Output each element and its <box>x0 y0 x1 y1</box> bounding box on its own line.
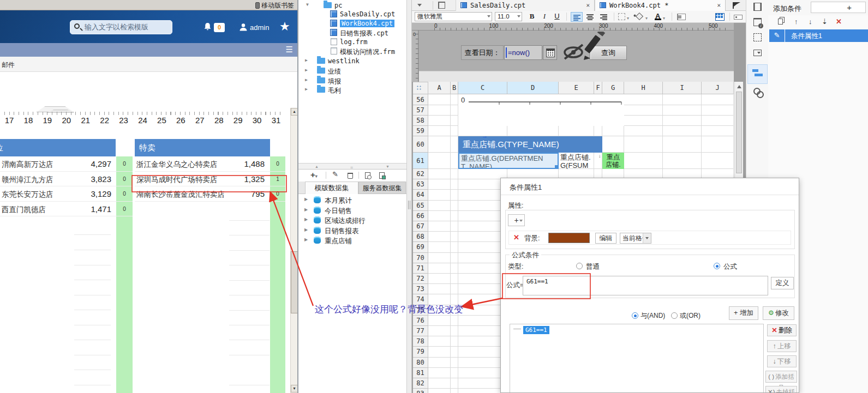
expand-arrow-icon[interactable]: ▶ <box>304 227 308 232</box>
tree-folder-westlink[interactable]: ▶ westlink <box>305 56 403 65</box>
grid-row-header[interactable]: 72 <box>413 274 428 284</box>
tree-file-dailysales[interactable]: 日销售报表.cpt <box>330 28 406 37</box>
tree-folder-fillreport[interactable]: ▶ 填报 <box>305 76 403 85</box>
cell-widget-icon[interactable] <box>753 50 762 56</box>
move-down-button[interactable]: ↓下移 <box>767 355 797 367</box>
query-edit-icon[interactable] <box>379 172 385 179</box>
font-color-icon[interactable]: A <box>655 12 660 20</box>
table-row[interactable]: 浙江金华义乌之心特卖店 1,488 0 <box>135 156 285 172</box>
preview-scrollbar[interactable]: ▲ ▼ <box>290 108 297 393</box>
sort-icon[interactable]: ⇣ <box>822 17 828 26</box>
cell-other-attr-icon[interactable] <box>753 18 762 26</box>
dataset-item[interactable]: ▶ 重点店铺 <box>298 235 406 246</box>
tab-workbook4-active[interactable]: WorkBook4.cpt * ✕ <box>595 0 726 11</box>
edit-color-button[interactable]: 编辑 <box>595 233 616 244</box>
tree-folder-pc[interactable]: ▼ pc <box>306 1 404 10</box>
tab-list-dropdown-icon[interactable] <box>417 4 422 7</box>
move-up-button[interactable]: ↑上移 <box>767 340 797 352</box>
mobile-bookmark[interactable]: 移动版书签 <box>255 1 294 10</box>
day-number[interactable]: 24 <box>138 116 147 125</box>
align-right-button[interactable] <box>598 12 610 22</box>
expand-arrow-icon[interactable]: ▶ <box>304 217 308 222</box>
scrollbar-thumb[interactable] <box>736 92 742 173</box>
grid-column-header[interactable]: I <box>663 82 702 94</box>
table-row[interactable]: 东莞长安万达店 3,129 0 <box>0 186 133 202</box>
cell-C61-selected[interactable]: 重点店铺.G(DEPARTMEN T_NAME) <box>458 153 559 169</box>
remove-attr-icon[interactable]: ✕ <box>513 233 519 241</box>
tree-file-template-visits[interactable]: 模板访问情况.frm <box>330 46 406 56</box>
grid-row-header[interactable]: 78 <box>413 336 428 347</box>
grid-row-header[interactable]: 61 <box>413 153 428 169</box>
new-report-icon[interactable] <box>438 2 445 9</box>
tree-file-log[interactable]: log.frm <box>330 37 406 46</box>
move-down-icon[interactable]: ↓ <box>809 17 812 26</box>
flag-icon[interactable] <box>733 2 734 9</box>
condition-expression-list[interactable]: G61==1 <box>510 324 764 393</box>
expand-arrow-icon[interactable]: ▶ <box>304 237 308 242</box>
radio-or[interactable] <box>671 312 678 319</box>
grid-row-header[interactable]: 77 <box>413 326 428 336</box>
grid-row-header[interactable]: 59 <box>413 126 428 136</box>
copy-icon[interactable] <box>778 19 783 25</box>
fill-color-icon[interactable] <box>636 13 643 20</box>
tab-salesdaily[interactable]: SalesDaily.cpt ✕ <box>456 0 595 11</box>
grid-column-header[interactable]: G <box>602 82 624 94</box>
underline-button[interactable]: U <box>552 12 562 21</box>
grid-row-header[interactable]: 74 <box>413 294 428 305</box>
param-date-input[interactable]: =now() <box>504 45 542 60</box>
grid-row-header[interactable]: 79 <box>413 347 428 357</box>
borders-icon[interactable] <box>618 13 625 20</box>
tree-folder-grossprofit[interactable]: ▶ 毛利 <box>305 85 403 94</box>
grid-row-header[interactable]: 75 <box>413 305 428 316</box>
grid-row-header[interactable]: 68 <box>413 232 428 242</box>
grid-row-header[interactable]: 81 <box>413 368 428 378</box>
move-up-icon[interactable]: ↑ <box>794 17 798 26</box>
collapse-up-icon[interactable]: ▲ <box>315 165 319 168</box>
day-number[interactable]: 18 <box>24 116 33 125</box>
and-label[interactable]: 与(AND) <box>640 311 665 321</box>
textfield-widget-icon[interactable] <box>734 15 743 20</box>
grid-row-header[interactable]: 62 <box>413 169 428 179</box>
close-tab-icon[interactable]: ✕ <box>717 2 721 9</box>
expand-arrow-icon[interactable]: ▶ <box>305 68 308 72</box>
grid-row-header[interactable]: 67 <box>413 221 428 232</box>
expand-arrow-icon[interactable]: ▶ <box>305 58 308 63</box>
condition-properties-dialog[interactable]: 条件属性1 属性: + ✕ 背景: 编辑 当前格子 公式条件 类型: 普通 公式… <box>500 178 799 393</box>
tree-folder-performance[interactable]: ▶ 业绩 <box>305 66 403 75</box>
day-number[interactable]: 27 <box>195 116 205 125</box>
day-number[interactable]: 20 <box>62 116 71 125</box>
table-row[interactable]: 湖南长沙岳麓金茂汇特卖店 795 0 <box>135 186 285 202</box>
add-dataset-button[interactable]: +▾ <box>310 170 318 179</box>
font-family-select[interactable]: 微软雅黑 <box>415 12 492 21</box>
expand-arrow-icon[interactable]: ▶ <box>305 77 308 82</box>
edit-dataset-icon[interactable]: ✎ <box>332 170 338 178</box>
condition-item-selected[interactable]: ✎ 条件属性1 <box>769 29 868 42</box>
grid-row-header[interactable]: 60 <box>413 136 428 153</box>
delete-expr-button[interactable]: ✕删除 <box>767 324 797 336</box>
merge-cells-icon[interactable] <box>677 14 686 20</box>
panel-splitter-vertical[interactable] <box>406 0 412 393</box>
cell-C60-type-name[interactable]: 重点店铺.G(TYPE_NAME) <box>458 136 602 153</box>
align-left-button[interactable] <box>571 12 583 22</box>
grid-row-header[interactable]: 56 <box>413 94 428 105</box>
grid-row-header[interactable]: 76 <box>413 316 428 326</box>
condition-attr-icon[interactable] <box>752 69 763 79</box>
grid-column-header[interactable]: J <box>702 82 734 94</box>
day-number[interactable]: 21 <box>81 116 90 125</box>
radio-formula[interactable] <box>714 263 720 269</box>
grid-row-header[interactable]: 69 <box>413 242 428 252</box>
table-row[interactable]: 深圳马成时代广场特卖店 1,325 1 <box>135 172 285 187</box>
add-condition-button[interactable]: + <box>811 2 866 13</box>
grid-column-header[interactable]: B <box>451 82 458 94</box>
radio-normal[interactable] <box>576 263 583 269</box>
define-button[interactable]: 定义 <box>771 277 794 289</box>
collapse-down-icon[interactable]: ▼ <box>386 165 390 168</box>
preview-dataset-icon[interactable] <box>365 172 370 179</box>
bell-icon[interactable] <box>203 22 212 34</box>
day-number[interactable]: 30 <box>253 116 262 125</box>
calendar-icon[interactable] <box>543 45 557 60</box>
tab-template-datasets[interactable]: 模版数据集 <box>305 182 358 194</box>
select-all-corner[interactable] <box>413 82 428 94</box>
italic-button[interactable]: I <box>539 12 550 21</box>
add-paren-button[interactable]: ( )添加括号 <box>765 371 797 383</box>
